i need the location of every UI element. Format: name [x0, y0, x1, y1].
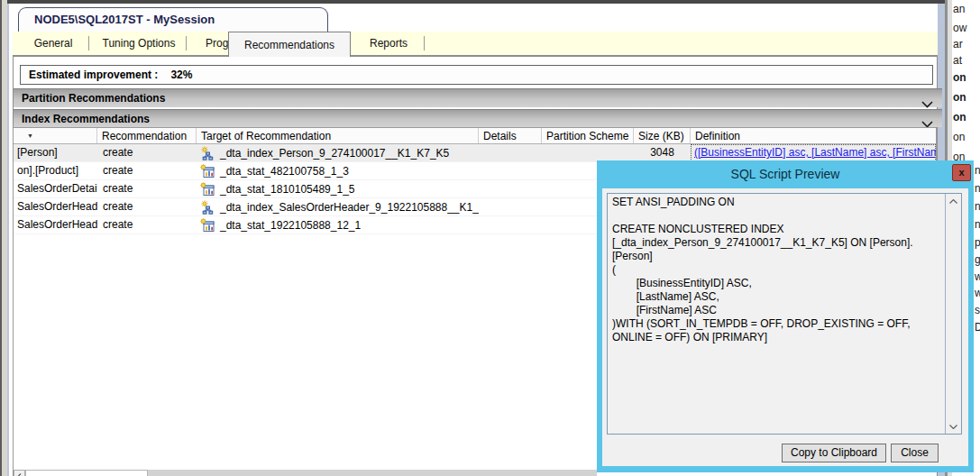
dialog-title: SQL Script Preview: [597, 160, 974, 188]
estimated-improvement-label: Estimated improvement :: [29, 69, 158, 81]
grid-header-row: ▼ Recommendation▼ Target of Recommendati…: [14, 128, 936, 144]
scroll-down-icon[interactable]: [946, 419, 961, 434]
close-icon[interactable]: x: [952, 164, 971, 181]
cell-target-of-recommendation: _dta_index_Person_9_274100017__K1_K7_K5: [197, 144, 479, 161]
cell-target-table: [Person]: [14, 144, 97, 161]
cell-recommendation: create: [97, 144, 197, 161]
vertical-scrollbar[interactable]: [945, 194, 961, 434]
background-text-fragment: ar: [953, 38, 963, 50]
tab-divider: [186, 36, 187, 50]
background-text-fragment: n: [975, 218, 980, 231]
index-recommendations-label: Index Recommendations: [22, 113, 150, 125]
background-text-fragment: D: [975, 321, 980, 334]
cell-details: [479, 144, 542, 161]
cell-partition-scheme: [542, 144, 634, 161]
scroll-up-icon[interactable]: [946, 194, 961, 208]
cell-definition: ([BusinessEntityID] asc, [LastName] asc,…: [691, 144, 936, 161]
background-text-fragment: on: [953, 71, 966, 84]
copy-to-clipboard-button[interactable]: Copy to Clipboard: [782, 444, 886, 462]
background-text-fragment: on: [953, 111, 966, 124]
cell-target-table: SalesOrderHeader]: [14, 216, 97, 233]
tab-reports[interactable]: Reports: [359, 32, 418, 55]
screen: anowaratonononononnnnnpgwwsD NODE5\SQL20…: [0, 0, 980, 476]
cell-details: [479, 162, 542, 179]
estimated-improvement-value: 32%: [170, 69, 192, 81]
cell-target-of-recommendation: _dta_index_SalesOrderHeader_9_1922105888…: [197, 198, 479, 215]
background-text-fragment: g: [975, 253, 980, 266]
tab-divider: [424, 36, 425, 50]
statistics-icon: [200, 182, 215, 197]
sql-script-textbox[interactable]: SET ANSI_PADDING ON CREATE NONCLUSTERED …: [607, 193, 962, 435]
scrollbar-thumb[interactable]: [25, 470, 148, 476]
table-row[interactable]: [Person]create_dta_index_Person_9_274100…: [14, 144, 936, 162]
sql-script-text: SET ANSI_PADDING ON CREATE NONCLUSTERED …: [608, 194, 945, 434]
background-text-fragment: s: [975, 304, 980, 316]
cell-size-kb: 3048: [634, 144, 691, 161]
statistics-icon: [200, 164, 215, 178]
background-text-fragment: w: [975, 287, 980, 299]
close-button[interactable]: Close: [891, 444, 939, 462]
session-tab-label: NODE5\SQL2017ST - MySession: [34, 13, 215, 26]
background-text-fragment: n: [975, 182, 980, 195]
header-definition[interactable]: Definition: [691, 128, 936, 143]
cell-target-table: SalesOrderDetail]: [14, 180, 97, 197]
cell-target-of-recommendation: _dta_stat_1810105489_1_5: [197, 180, 479, 197]
horizontal-scrollbar[interactable]: [14, 470, 597, 476]
background-text-fragment: p: [975, 236, 980, 249]
scroll-left-button[interactable]: [14, 470, 25, 476]
statistics-icon: [200, 218, 215, 233]
header-size-kb[interactable]: Size (KB): [634, 128, 691, 143]
header-partition-scheme[interactable]: Partition Scheme▼: [542, 128, 634, 143]
cell-target-table: SalesOrderHeader]: [14, 198, 97, 215]
background-text-fragment: an: [953, 3, 965, 15]
background-text-fragment: ow: [953, 22, 966, 34]
header-checkbox-column[interactable]: ▼: [14, 128, 97, 143]
background-text-fragment: at: [953, 54, 962, 67]
cell-recommendation: create: [97, 162, 197, 179]
estimated-improvement-bar: Estimated improvement :32%: [20, 65, 933, 85]
index-icon: [200, 200, 215, 215]
filter-dropdown-icon[interactable]: ▼: [27, 129, 33, 143]
tab-divider: [88, 36, 89, 50]
background-text-fragment: w: [975, 270, 980, 283]
tab-tuning-options[interactable]: Tuning Options: [96, 32, 182, 55]
cell-details: [479, 180, 542, 197]
header-details[interactable]: Details: [479, 128, 542, 143]
background-text-fragment: on: [953, 91, 966, 104]
cell-recommendation: create: [97, 198, 197, 215]
cell-target-table: on].[Product]: [14, 162, 97, 179]
index-recommendations-header[interactable]: Index Recommendations: [14, 109, 942, 127]
background-text-fragment: n: [975, 164, 980, 177]
definition-link[interactable]: ([BusinessEntityID] asc, [LastName] asc,…: [694, 146, 936, 159]
header-target-of-recommendation[interactable]: Target of Recommendation: [197, 128, 479, 143]
tab-recommendations[interactable]: Recommendations: [228, 32, 351, 57]
partition-recommendations-label: Partition Recommendations: [22, 92, 165, 105]
cell-recommendation: create: [97, 180, 197, 197]
session-tab[interactable]: NODE5\SQL2017ST - MySession: [18, 7, 328, 32]
cell-details: [479, 216, 542, 233]
tab-general[interactable]: General: [22, 32, 85, 55]
background-text-fragment: n: [975, 200, 980, 213]
cell-target-of-recommendation: _dta_stat_1922105888_12_1: [197, 216, 479, 233]
background-text-fragment: on: [953, 131, 965, 143]
partition-recommendations-header[interactable]: Partition Recommendations: [14, 88, 942, 107]
cell-recommendation: create: [97, 216, 197, 233]
cell-target-of-recommendation: _dta_stat_482100758_1_3: [197, 162, 479, 179]
header-recommendation[interactable]: Recommendation▼: [97, 128, 197, 143]
cell-details: [479, 198, 542, 215]
index-icon: [200, 146, 215, 160]
